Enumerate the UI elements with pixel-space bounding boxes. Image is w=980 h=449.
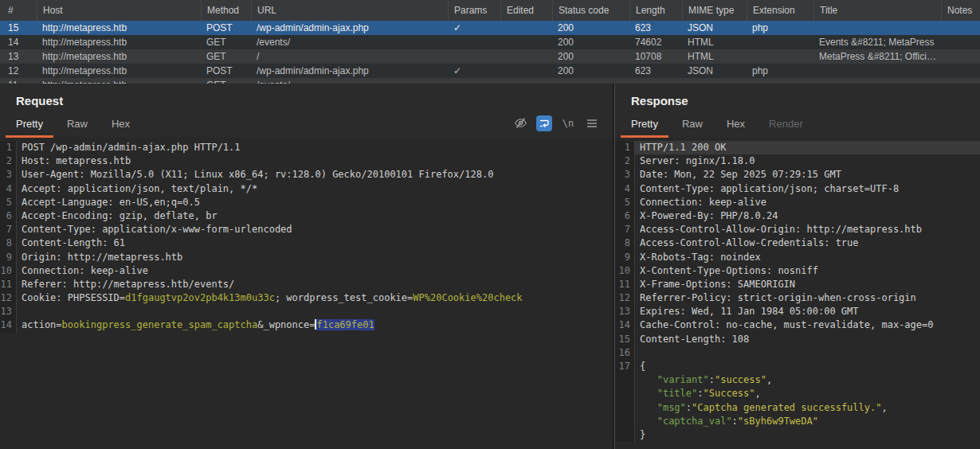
line-content: X-Content-Type-Options: nosniff <box>635 264 980 278</box>
line-number: 1 <box>615 141 635 154</box>
response-line-1: 1HTTP/1.1 200 OK <box>615 141 980 154</box>
cell-id: 12 <box>0 65 37 76</box>
cell-url: /events/ <box>251 37 448 48</box>
line-number: 12 <box>615 291 635 305</box>
column-header-edited[interactable]: Edited <box>500 0 552 21</box>
cell-params: ✓ <box>448 22 500 33</box>
cell-length: 623 <box>629 22 682 33</box>
request-line-14: 14action=bookingpress_generate_spam_capt… <box>0 318 613 332</box>
line-content: Cookie: PHPSESSID=d1fgaugtvp2ov2pb4k13m0… <box>17 291 613 305</box>
word-wrap-icon[interactable] <box>536 115 552 131</box>
line-content: { <box>635 360 980 373</box>
line-content <box>635 346 980 360</box>
line-number: 6 <box>615 209 635 223</box>
history-row-12[interactable]: 12http://metapress.htbPOST/wp-admin/admi… <box>0 64 980 78</box>
newline-toggle-icon[interactable]: \n <box>560 115 576 131</box>
line-content: Referrer-Policy: strict-origin-when-cros… <box>635 291 980 305</box>
line-content: Connection: keep-alive <box>17 264 613 278</box>
http-history-table: #HostMethodURLParamsEditedStatus codeLen… <box>0 0 980 84</box>
line-number: 4 <box>615 182 635 196</box>
line-content: "variant":"success", <box>635 373 980 387</box>
line-content: Expires: Wed, 11 Jan 1984 05:00:00 GMT <box>635 305 980 318</box>
column-header-mime[interactable]: MIME type <box>682 0 747 21</box>
response-line-4: 4Content-Type: application/json; charset… <box>615 182 980 196</box>
cell-url: /events/ <box>251 78 448 84</box>
request-line-9: 9Origin: http://metapress.htb <box>0 251 613 264</box>
request-line-6: 6Accept-Encoding: gzip, deflate, br <box>0 209 613 223</box>
line-content: Origin: http://metapress.htb <box>17 251 613 264</box>
response-line-cont-17: "variant":"success", <box>615 373 980 387</box>
request-tab-raw[interactable]: Raw <box>57 113 98 138</box>
response-tab-raw[interactable]: Raw <box>672 113 713 138</box>
request-line-11: 11Referer: http://metapress.htb/events/ <box>0 278 613 291</box>
request-line-2: 2Host: metapress.htb <box>0 154 613 168</box>
history-row-11[interactable]: 11http://metapress.htbGET/events/ <box>0 78 980 84</box>
column-header-params[interactable]: Params <box>448 0 500 21</box>
response-editor[interactable]: 1HTTP/1.1 200 OK2Server: nginx/1.18.03Da… <box>615 138 980 449</box>
response-panel-title: Response <box>615 84 980 113</box>
request-line-7: 7Content-Type: application/x-www-form-ur… <box>0 223 613 236</box>
cell-host: http://metapress.htb <box>37 37 201 48</box>
cell-method: GET <box>201 37 251 48</box>
cell-length: 10708 <box>629 51 682 62</box>
line-number: 15 <box>615 333 635 346</box>
cell-length: 623 <box>629 65 682 76</box>
response-line-9: 9X-Robots-Tag: noindex <box>615 251 980 264</box>
line-content: Access-Control-Allow-Credentials: true <box>635 236 980 250</box>
line-content: X-Powered-By: PHP/8.0.24 <box>635 209 980 223</box>
response-tab-pretty[interactable]: Pretty <box>621 113 668 138</box>
line-content: Content-Type: application/json; charset=… <box>635 182 980 196</box>
column-header-notes[interactable]: Notes <box>941 0 980 21</box>
response-line-13: 13Expires: Wed, 11 Jan 1984 05:00:00 GMT <box>615 305 980 318</box>
cell-url: / <box>251 51 448 62</box>
line-content: "title":"Success", <box>635 387 980 400</box>
request-panel: Request PrettyRawHex <box>0 84 613 449</box>
request-tab-pretty[interactable]: Pretty <box>6 113 53 138</box>
table-header: #HostMethodURLParamsEditedStatus codeLen… <box>0 0 980 21</box>
history-row-15[interactable]: 15http://metapress.htbPOST/wp-admin/admi… <box>0 21 980 35</box>
cell-url: /wp-admin/admin-ajax.php <box>251 22 448 33</box>
cell-method: POST <box>201 22 251 33</box>
column-header-method[interactable]: Method <box>201 0 251 21</box>
column-header-url[interactable]: URL <box>251 0 448 21</box>
line-number: 3 <box>0 168 17 182</box>
line-number: 4 <box>0 182 17 196</box>
line-number <box>615 428 635 442</box>
cell-status: 200 <box>552 65 629 76</box>
column-header-title[interactable]: Title <box>813 0 941 21</box>
response-line-17: 17{ <box>615 360 980 373</box>
line-number: 9 <box>615 251 635 264</box>
response-tabbar: PrettyRawHexRender <box>615 113 980 138</box>
column-header-id[interactable]: # <box>0 0 37 21</box>
line-number: 13 <box>0 305 17 318</box>
line-number: 12 <box>0 291 17 305</box>
request-panel-title: Request <box>0 84 613 113</box>
column-header-host[interactable]: Host <box>37 0 201 21</box>
line-number: 8 <box>0 236 17 250</box>
response-line-cont-21: } <box>615 428 980 442</box>
column-header-status[interactable]: Status code <box>552 0 629 21</box>
request-tab-hex[interactable]: Hex <box>101 113 140 138</box>
cell-extension: php <box>747 22 813 33</box>
line-number <box>615 387 635 400</box>
cell-host: http://metapress.htb <box>37 51 201 62</box>
request-line-3: 3User-Agent: Mozilla/5.0 (X11; Linux x86… <box>0 168 613 182</box>
line-number: 17 <box>615 360 635 373</box>
hide-nonprintable-icon[interactable] <box>512 115 528 131</box>
editor-menu-icon[interactable] <box>584 115 600 131</box>
line-number: 10 <box>615 264 635 278</box>
response-line-8: 8Access-Control-Allow-Credentials: true <box>615 236 980 250</box>
request-editor[interactable]: 1POST /wp-admin/admin-ajax.php HTTP/1.12… <box>0 138 613 449</box>
line-number: 5 <box>0 196 17 209</box>
column-header-length[interactable]: Length <box>629 0 682 21</box>
history-row-14[interactable]: 14http://metapress.htbGET/events/2007460… <box>0 35 980 49</box>
response-line-cont-20: "captcha_val":"sByh6w9TweDA" <box>615 415 980 428</box>
history-row-13[interactable]: 13http://metapress.htbGET/20010708HTMLMe… <box>0 49 980 64</box>
response-tab-hex[interactable]: Hex <box>716 113 755 138</box>
message-editor-panels: Request PrettyRawHex <box>0 84 980 449</box>
line-number: 16 <box>615 346 635 360</box>
line-content: X-Frame-Options: SAMEORIGIN <box>635 278 980 291</box>
request-line-1: 1POST /wp-admin/admin-ajax.php HTTP/1.1 <box>0 141 613 154</box>
line-number: 3 <box>615 168 635 182</box>
column-header-extension[interactable]: Extension <box>747 0 813 21</box>
